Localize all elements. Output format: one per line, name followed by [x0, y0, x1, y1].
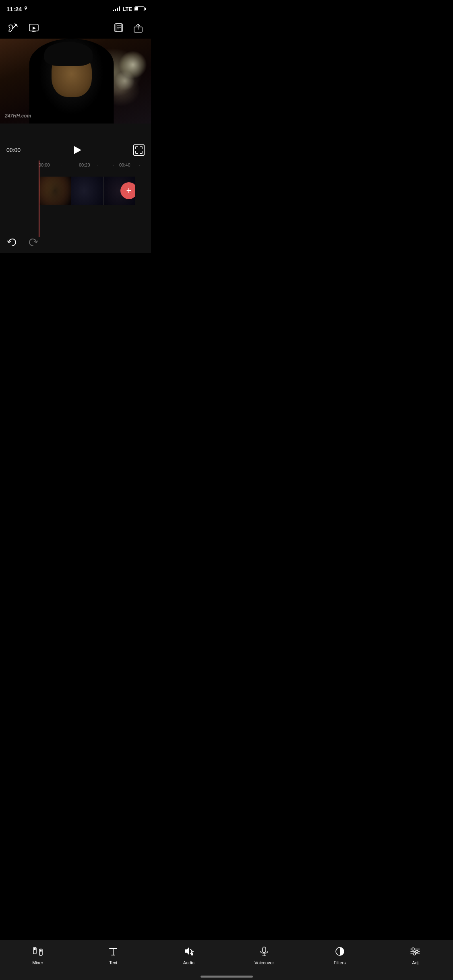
redo-button[interactable]: [27, 237, 39, 250]
ruler-dot-b: ·: [97, 163, 98, 167]
preview-button[interactable]: [27, 22, 40, 35]
time-counter: 00:00: [6, 147, 21, 153]
signal-bar-3: [117, 8, 118, 11]
redo-icon: [27, 237, 39, 248]
time-display: 11:24: [6, 6, 22, 12]
watermark: 247HH.com: [5, 113, 31, 119]
back-brush-button[interactable]: [6, 22, 19, 35]
battery-icon: [134, 6, 145, 11]
status-bar: 11:24 LTE: [0, 0, 151, 18]
svg-marker-3: [33, 27, 36, 30]
ruler-mark-20: 00:20: [79, 163, 90, 167]
playhead: [39, 161, 39, 237]
project-icon: [114, 23, 124, 33]
dark-spacer: [0, 124, 151, 140]
video-clips-track[interactable]: +: [39, 177, 135, 205]
undo-redo-area: [6, 237, 39, 250]
play-triangle-icon: [74, 146, 81, 154]
export-icon: [133, 23, 143, 33]
timeline-area[interactable]: 00:00 · · 00:20 · · 00:40 · +: [0, 161, 151, 253]
toolbar-right: [112, 22, 145, 35]
fullscreen-button[interactable]: [133, 144, 145, 156]
ruler-dot-a: ·: [60, 163, 62, 167]
video-preview: 247HH.com: [0, 39, 151, 124]
signal-bar-4: [119, 6, 120, 11]
clip-2-content: [71, 177, 103, 205]
clip-3[interactable]: +: [103, 177, 135, 205]
ruler-mark-40: 00:40: [119, 163, 130, 167]
playback-controls: 00:00: [0, 140, 151, 161]
clip-1-overlay: [39, 177, 71, 205]
undo-icon: [6, 237, 18, 248]
play-button[interactable]: [70, 143, 84, 157]
bokeh-light-2: [115, 71, 135, 91]
export-button[interactable]: [132, 22, 145, 35]
status-time: 11:24: [6, 6, 28, 12]
add-clip-button[interactable]: +: [120, 182, 135, 199]
clip-2[interactable]: [71, 177, 103, 205]
ruler-dot-d: ·: [139, 163, 140, 167]
fullscreen-icon: [134, 145, 144, 155]
project-button[interactable]: [112, 22, 125, 35]
hood-shape: [44, 42, 93, 66]
signal-bars: [113, 6, 120, 11]
signal-bar-1: [113, 10, 114, 11]
battery-fill: [135, 7, 138, 10]
toolbar-left: [6, 22, 40, 35]
ruler-mark-0: 00:00: [39, 163, 50, 167]
undo-button[interactable]: [6, 237, 18, 250]
ruler-dot-c: ·: [113, 163, 114, 167]
timeline-ruler: 00:00 · · 00:20 · · 00:40 ·: [0, 161, 151, 171]
back-brush-icon: [8, 23, 18, 33]
top-toolbar: [0, 18, 151, 39]
signal-bar-2: [115, 9, 116, 11]
lte-label: LTE: [122, 6, 132, 12]
status-icons: LTE: [113, 6, 145, 12]
clip-1[interactable]: [39, 177, 71, 205]
preview-icon: [29, 23, 39, 33]
location-icon: [23, 6, 28, 11]
